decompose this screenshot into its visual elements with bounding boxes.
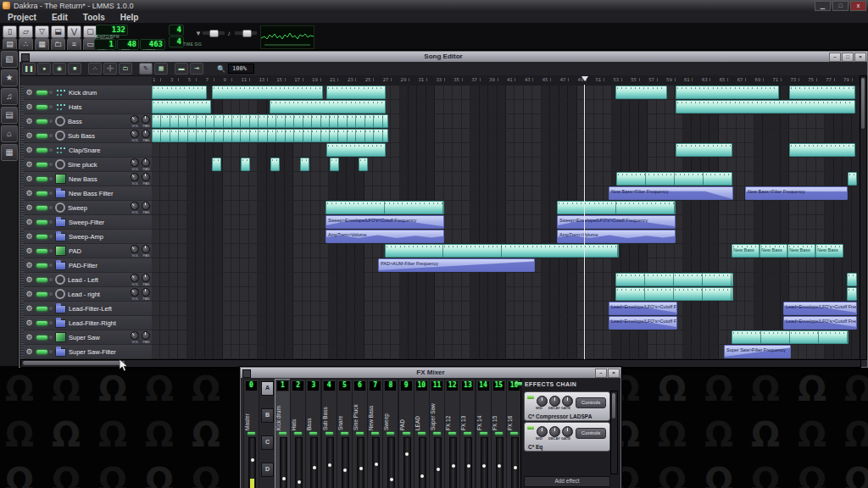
pattern-block[interactable] — [152, 100, 211, 114]
se-close-button[interactable]: × — [854, 53, 866, 62]
track-lane[interactable] — [152, 86, 860, 99]
track-mute-led[interactable] — [36, 177, 47, 181]
track-mute-led[interactable] — [36, 263, 47, 268]
automation-block[interactable]: Super Saw>Filter Frequency — [724, 345, 791, 358]
track-name[interactable]: New Bass Filter — [69, 190, 152, 197]
track-actions-button[interactable]: ⚙ — [24, 319, 35, 327]
save-project-icon[interactable]: ▽ — [35, 25, 49, 38]
mixer-channel-master[interactable]: 0Master — [243, 379, 259, 488]
track-actions-button[interactable]: ⚙ — [24, 347, 35, 356]
my-projects-icon[interactable]: ★ — [1, 69, 18, 86]
pattern-block[interactable] — [152, 129, 388, 142]
track-lane[interactable]: Lead>Envelope/LFO's>Cutoff FrequencyLead… — [152, 316, 860, 330]
mixer-channel-fx-13[interactable]: 13FX 13 — [459, 379, 476, 488]
channel-mute-led[interactable] — [418, 432, 426, 435]
pan-knob[interactable] — [142, 245, 150, 253]
track-actions-button[interactable]: ⚙ — [24, 146, 35, 154]
channel-name-label[interactable]: LEAD — [415, 391, 429, 431]
channel-mute-led[interactable] — [341, 432, 348, 435]
track-solo-led[interactable] — [49, 249, 53, 252]
automation-block[interactable]: Sweep>Envelope/LFO's>Cutoff Frequency — [326, 215, 444, 229]
instrument-track-icon[interactable] — [55, 202, 65, 213]
channel-fader[interactable] — [372, 437, 380, 488]
fader-handle[interactable] — [390, 478, 393, 481]
pattern-block[interactable]: New Bass — [815, 244, 843, 258]
fader-handle[interactable] — [298, 480, 301, 484]
channel-fader[interactable] — [434, 437, 442, 488]
channel-name-label[interactable]: Hats — [291, 391, 305, 431]
add-sample-track-icon[interactable]: ➕ — [103, 63, 117, 75]
mixer-channel-new-bass[interactable]: 7New Bass — [367, 379, 383, 488]
track-lane[interactable] — [152, 143, 860, 157]
instrument-track-icon[interactable] — [55, 130, 65, 141]
automation-block[interactable]: AmpTrem>Volume — [557, 230, 676, 243]
channel-name-label[interactable]: Bass — [306, 391, 320, 431]
my-home-icon[interactable]: ⌂ — [1, 125, 18, 142]
effects-chain-led[interactable] — [515, 382, 522, 385]
track-actions-button[interactable]: ⚙ — [24, 290, 35, 298]
channel-fader[interactable] — [326, 437, 334, 488]
automation-block[interactable]: Lead>Envelope/LFO's>Cutoff Frequency — [783, 302, 857, 315]
pattern-block[interactable] — [326, 201, 444, 214]
track-name[interactable]: Hats — [69, 103, 152, 111]
pattern-block[interactable] — [270, 100, 386, 114]
fader-handle[interactable] — [375, 463, 378, 466]
track-lane[interactable]: PAD>AUM-Filter Frequency — [152, 258, 860, 272]
fader-handle[interactable] — [467, 464, 470, 468]
track-lane[interactable] — [152, 100, 860, 114]
automation-block[interactable]: AmpTrem>Volume — [326, 230, 444, 243]
pattern-block[interactable] — [359, 158, 368, 171]
playhead-marker[interactable] — [581, 76, 588, 81]
channel-name-label[interactable]: FX 12 — [445, 391, 459, 431]
fader-handle[interactable] — [514, 466, 517, 469]
new-project-icon[interactable]: ▯ — [3, 25, 17, 38]
effect-controls-button[interactable]: Controls — [576, 428, 606, 439]
channel-fader[interactable] — [419, 437, 426, 488]
channel-fader[interactable] — [387, 437, 395, 488]
track-mute-led[interactable] — [36, 206, 47, 210]
mixer-channel-fx-15[interactable]: 15FX 15 — [491, 379, 507, 488]
automation-block[interactable]: New Bass>Filter Frequency — [609, 186, 733, 200]
track-lane[interactable]: Lead>Envelope/LFO's>Cutoff FrequencyLead… — [152, 302, 860, 315]
my-computer-icon[interactable]: ▦ — [1, 144, 18, 161]
record-play-icon[interactable]: ◉ — [53, 63, 66, 75]
fader-handle[interactable] — [452, 464, 455, 468]
track-name[interactable]: PAD — [69, 247, 130, 255]
pattern-block[interactable] — [326, 143, 386, 157]
track-name[interactable]: Super Saw-Filter — [69, 348, 152, 356]
add-bb-track-icon[interactable]: ∴ — [88, 63, 102, 75]
track-actions-button[interactable]: ⚙ — [24, 218, 35, 226]
bb-track-icon[interactable] — [55, 103, 66, 112]
channel-mute-led[interactable] — [495, 432, 503, 435]
channel-mute-led[interactable] — [294, 432, 302, 435]
automation-block[interactable]: New Bass>Filter Frequency — [745, 186, 848, 200]
track-solo-led[interactable] — [49, 235, 53, 238]
channel-mute-led[interactable] — [464, 432, 471, 435]
pan-knob[interactable] — [142, 130, 150, 138]
effects-scrollbar[interactable] — [610, 391, 618, 474]
track-solo-led[interactable] — [49, 177, 53, 180]
pan-knob[interactable] — [142, 202, 150, 210]
channel-name-label[interactable]: PAD — [399, 391, 414, 431]
fader-handle[interactable] — [251, 458, 254, 462]
track-name[interactable]: New Bass — [69, 175, 130, 183]
channel-mute-led[interactable] — [510, 432, 518, 435]
track-name[interactable]: PAD-Filter — [69, 262, 152, 269]
instrument-track-icon[interactable] — [55, 274, 65, 285]
menu-edit[interactable]: Edit — [44, 13, 75, 22]
automation-track-icon[interactable] — [55, 233, 66, 241]
track-actions-button[interactable]: ⚙ — [24, 88, 35, 97]
pattern-block[interactable] — [212, 158, 221, 171]
channel-name-label[interactable]: Super Saw — [430, 391, 444, 431]
track-lane[interactable] — [152, 129, 860, 142]
track-name[interactable]: Bass — [68, 118, 130, 125]
track-name[interactable]: Sweep-Filter — [69, 219, 152, 226]
pattern-block[interactable] — [676, 143, 732, 157]
effect-controls-button[interactable]: Controls — [576, 397, 606, 408]
my-presets-icon[interactable]: ▤ — [1, 107, 18, 124]
track-name[interactable]: Sub Bass — [68, 132, 130, 140]
track-mute-led[interactable] — [36, 134, 47, 138]
automation-track-icon[interactable] — [55, 305, 66, 313]
zoom-level-display[interactable]: 100% — [228, 64, 254, 74]
channel-fader[interactable] — [295, 437, 303, 488]
